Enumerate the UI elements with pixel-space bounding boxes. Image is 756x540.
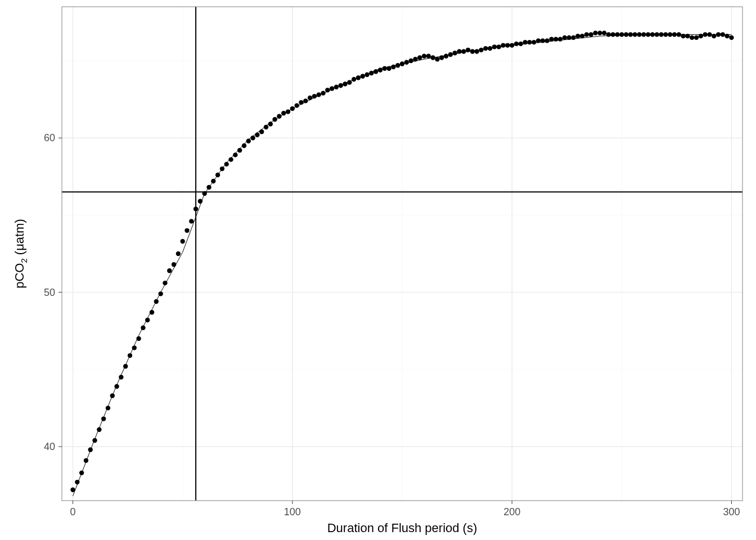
svg-point-137 <box>615 32 619 37</box>
svg-point-136 <box>611 32 615 37</box>
svg-point-96 <box>435 57 439 61</box>
svg-point-21 <box>106 406 110 410</box>
svg-point-41 <box>194 206 198 211</box>
svg-point-34 <box>163 281 167 285</box>
svg-point-129 <box>580 34 584 38</box>
svg-point-59 <box>272 117 277 122</box>
svg-point-47 <box>220 166 224 171</box>
svg-point-18 <box>92 438 97 443</box>
svg-point-40 <box>189 219 194 223</box>
y-axis-title: pCO2 (μatm) <box>12 219 29 289</box>
svg-point-115 <box>519 42 523 46</box>
svg-point-141 <box>633 32 637 37</box>
svg-point-63 <box>290 106 295 111</box>
svg-point-146 <box>655 32 659 37</box>
svg-point-147 <box>659 32 663 37</box>
svg-point-13 <box>70 488 75 492</box>
svg-point-106 <box>479 48 483 52</box>
svg-point-58 <box>268 122 273 126</box>
svg-point-46 <box>215 173 220 177</box>
svg-point-36 <box>172 262 176 267</box>
svg-point-111 <box>501 43 505 47</box>
y-tick-label: 50 <box>44 287 55 298</box>
svg-point-145 <box>650 32 655 37</box>
svg-point-88 <box>400 61 404 66</box>
svg-point-89 <box>404 60 409 65</box>
svg-point-90 <box>408 58 413 63</box>
svg-point-19 <box>97 428 101 432</box>
svg-point-114 <box>514 42 519 46</box>
svg-point-116 <box>523 40 527 44</box>
svg-point-143 <box>641 32 646 37</box>
svg-point-27 <box>132 345 137 350</box>
chart-svg: 0100200300405060Duration of Flush period… <box>0 0 756 540</box>
svg-point-31 <box>150 310 154 314</box>
svg-point-45 <box>211 179 215 183</box>
svg-point-127 <box>571 35 575 40</box>
svg-point-78 <box>356 75 361 80</box>
svg-point-124 <box>558 37 562 41</box>
svg-point-161 <box>721 32 725 37</box>
svg-point-97 <box>439 55 444 60</box>
svg-point-112 <box>505 43 510 47</box>
y-tick-label: 40 <box>44 441 55 452</box>
svg-point-139 <box>624 32 628 37</box>
svg-point-98 <box>444 54 448 58</box>
svg-point-105 <box>475 49 479 53</box>
svg-point-101 <box>457 49 461 53</box>
svg-point-151 <box>677 32 681 37</box>
svg-point-102 <box>461 49 466 53</box>
svg-point-23 <box>114 384 119 389</box>
svg-point-53 <box>246 139 251 143</box>
svg-point-80 <box>364 73 369 77</box>
svg-point-84 <box>382 66 387 71</box>
svg-point-62 <box>286 109 290 114</box>
svg-point-107 <box>483 46 488 51</box>
svg-point-50 <box>233 152 237 157</box>
svg-point-128 <box>575 34 580 38</box>
svg-point-37 <box>176 251 181 256</box>
svg-point-108 <box>488 46 492 51</box>
svg-point-82 <box>374 69 378 74</box>
svg-point-100 <box>452 51 457 55</box>
svg-point-16 <box>84 458 88 462</box>
svg-point-104 <box>470 49 475 53</box>
svg-point-126 <box>566 35 571 40</box>
svg-point-76 <box>347 80 352 84</box>
svg-point-122 <box>549 37 554 41</box>
svg-point-130 <box>584 32 589 37</box>
svg-point-39 <box>184 228 189 233</box>
svg-point-73 <box>334 84 339 89</box>
svg-point-42 <box>198 199 202 204</box>
svg-point-15 <box>79 470 84 475</box>
svg-point-117 <box>527 40 532 44</box>
svg-point-159 <box>712 34 716 38</box>
x-tick-label: 200 <box>503 506 520 518</box>
svg-point-56 <box>259 129 264 134</box>
svg-point-86 <box>391 65 395 69</box>
svg-point-142 <box>637 32 641 37</box>
svg-point-94 <box>426 54 431 58</box>
svg-point-138 <box>619 32 624 37</box>
svg-point-52 <box>242 143 246 148</box>
svg-point-51 <box>237 148 242 152</box>
svg-point-77 <box>352 77 356 82</box>
svg-point-26 <box>128 353 132 358</box>
svg-point-134 <box>602 30 606 35</box>
svg-point-118 <box>532 40 536 44</box>
svg-point-162 <box>724 34 729 38</box>
svg-point-22 <box>110 393 115 398</box>
svg-point-132 <box>593 30 597 35</box>
chart-container: 0100200300405060Duration of Flush period… <box>0 0 756 540</box>
svg-point-79 <box>361 74 365 78</box>
svg-point-35 <box>167 268 172 273</box>
svg-point-83 <box>378 68 382 72</box>
svg-point-71 <box>325 88 330 92</box>
svg-point-14 <box>75 480 79 484</box>
svg-point-57 <box>264 125 268 129</box>
svg-point-148 <box>663 32 668 37</box>
svg-point-20 <box>101 416 106 421</box>
svg-point-54 <box>250 136 255 140</box>
svg-point-149 <box>668 32 672 37</box>
svg-point-70 <box>321 91 325 95</box>
